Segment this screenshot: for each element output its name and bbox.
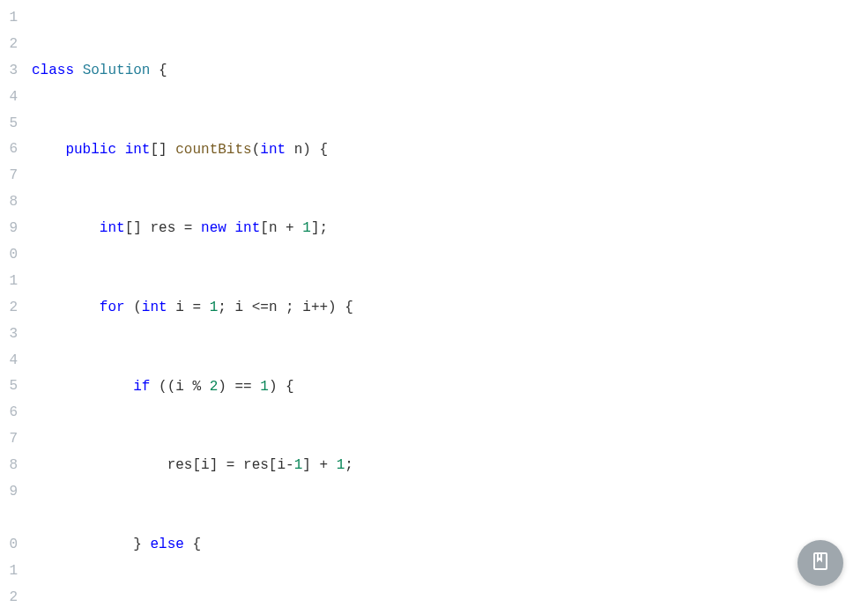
line-num: 6 bbox=[0, 137, 18, 163]
line-num: 1 bbox=[0, 269, 18, 295]
line-num: 8 bbox=[0, 453, 18, 479]
line-num: 3 bbox=[0, 58, 18, 85]
code-line: } else { bbox=[32, 532, 868, 559]
line-num: 2 bbox=[0, 295, 18, 322]
line-num: 9 bbox=[0, 216, 18, 242]
line-num: 0 bbox=[0, 532, 18, 559]
line-num: 6 bbox=[0, 400, 18, 426]
line-num: 4 bbox=[0, 85, 18, 111]
line-num: 2 bbox=[0, 585, 18, 607]
code-line: public int[] countBits(int n) { bbox=[32, 137, 868, 164]
bookmark-icon bbox=[810, 551, 831, 576]
line-num: 5 bbox=[0, 111, 18, 137]
code-line: res[i] = res[i-1] + 1; bbox=[32, 453, 868, 479]
line-num: 8 bbox=[0, 189, 18, 216]
line-num: 1 bbox=[0, 5, 18, 32]
bookmark-fab[interactable] bbox=[798, 540, 843, 586]
code-line: class Solution { bbox=[32, 58, 868, 85]
line-num bbox=[0, 506, 18, 532]
line-num: 7 bbox=[0, 426, 18, 453]
code-line: if ((i % 2) == 1) { bbox=[32, 374, 868, 401]
code-line: int[] res = new int[n + 1]; bbox=[32, 216, 868, 242]
line-gutter: 1 2 3 4 5 6 7 8 9 0 1 2 3 4 5 6 7 8 9 0 … bbox=[0, 0, 21, 607]
line-num: 4 bbox=[0, 348, 18, 374]
code-line: for (int i = 1; i <=n ; i++) { bbox=[32, 295, 868, 322]
code-editor[interactable]: 1 2 3 4 5 6 7 8 9 0 1 2 3 4 5 6 7 8 9 0 … bbox=[0, 0, 868, 607]
line-num: 1 bbox=[0, 559, 18, 585]
line-num: 5 bbox=[0, 374, 18, 400]
line-num: 3 bbox=[0, 322, 18, 348]
line-num: 9 bbox=[0, 479, 18, 506]
code-area[interactable]: class Solution { public int[] countBits(… bbox=[21, 0, 868, 607]
line-num: 7 bbox=[0, 163, 18, 189]
line-num: 0 bbox=[0, 242, 18, 269]
line-num: 2 bbox=[0, 32, 18, 58]
